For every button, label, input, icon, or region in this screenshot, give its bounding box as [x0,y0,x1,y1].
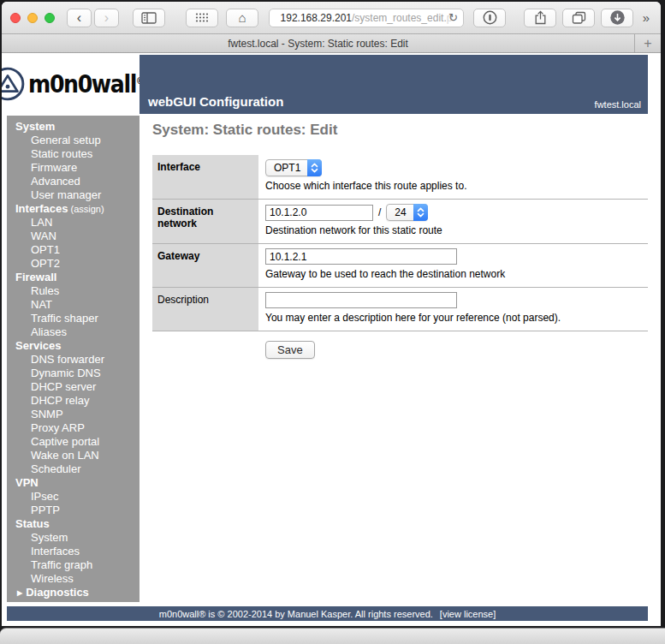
page-title: System: Static routes: Edit [152,122,337,139]
static-route-form: Interface OPT1 Choose which interface th… [152,155,648,359]
active-tab[interactable]: fwtest.local - System: Static routes: Ed… [2,34,634,52]
sidebar-item-rules[interactable]: Rules [7,284,140,298]
sidebar-toggle-button[interactable] [133,9,165,27]
sidebar-item-dhcp-server[interactable]: DHCP server [7,380,140,394]
back-icon: ‹ [77,11,81,25]
new-tab-button[interactable]: + [634,34,661,52]
sidebar-item-static-routes[interactable]: Static routes [7,147,140,161]
sidebar-item-lan[interactable]: LAN [7,216,140,230]
forward-button[interactable]: › [94,9,119,27]
sidebar-item-nat[interactable]: NAT [7,298,140,312]
interface-field: OPT1 Choose which interface this route a… [258,155,648,199]
tab-title: fwtest.local - System: Static routes: Ed… [228,38,408,50]
sidebar-item-proxy-arp[interactable]: Proxy ARP [7,421,140,435]
sidebar-item-opt2[interactable]: OPT2 [7,257,140,271]
sidebar-section-status: Status [7,517,140,531]
page-header-title: webGUI Configuration [148,94,283,109]
browser-window: ‹ › ⌂ 192.168.29.201/system_routes_edit.… [2,2,661,626]
url-path: /system_routes_edit. [352,12,447,24]
form-row-interface: Interface OPT1 Choose which interface th… [152,155,648,200]
close-window-button[interactable] [10,13,21,23]
form-row-description: Description You may enter a description … [152,288,648,331]
destination-network-input[interactable] [265,205,373,221]
sidebar-section-services: Services [7,339,140,353]
sidebar-item-opt1[interactable]: OPT1 [7,243,140,257]
subnet-mask-select[interactable]: 24 [386,204,427,221]
tabs-icon [572,11,586,24]
form-row-gateway: Gateway Gateway to be used to reach the … [152,244,648,288]
sidebar-item-wireless[interactable]: Wireless [7,572,140,586]
window-controls [10,13,55,23]
top-sites-button[interactable] [186,9,218,27]
interface-select-value: OPT1 [266,162,307,174]
url-host: 192.168.29.201 [281,12,352,24]
sidebar-item-wan[interactable]: WAN [7,230,140,243]
sidebar-item-firmware[interactable]: Firmware [7,161,140,175]
collapsed-arrow-icon: ▶ [17,589,22,597]
copyright-text: m0n0wall® is © 2002-2014 by Manuel Kaspe… [159,609,433,619]
sidebar-section-interfaces: Interfaces (assign) [7,202,140,216]
sidebar-item-system[interactable]: System [7,531,140,545]
gateway-label: Gateway [152,244,258,287]
sidebar-item-dns-forwarder[interactable]: DNS forwarder [7,353,140,367]
gateway-field: Gateway to be used to reach the destinat… [258,244,648,287]
sidebar-nav: SystemGeneral setupStatic routesFirmware… [7,116,140,602]
home-icon: ⌂ [238,11,246,24]
minimize-window-button[interactable] [27,13,38,23]
back-button[interactable]: ‹ [67,9,92,27]
toolbar-overflow-button[interactable]: » [638,10,654,25]
page-header-band: webGUI Configuration fwtest.local [140,55,648,114]
sidebar-item-pptp[interactable]: PPTP [7,504,140,517]
plus-icon: + [644,36,651,51]
browser-toolbar: ‹ › ⌂ 192.168.29.201/system_routes_edit.… [2,2,661,34]
sidebar-item-dynamic-dns[interactable]: Dynamic DNS [7,367,140,380]
keyhole-circle-icon [483,10,497,25]
m0n0wall-logo[interactable]: m0n0wall® [7,56,140,112]
destination-network-help-text: Destination network for this static rout… [265,224,648,236]
share-button[interactable] [524,9,556,27]
sidebar-section-firewall: Firewall [7,271,140,284]
show-all-tabs-button[interactable] [562,9,595,27]
sidebar-item-captive-portal[interactable]: Captive portal [7,435,140,449]
view-license-link[interactable]: [view license] [440,609,496,619]
sidebar-item-snmp[interactable]: SNMP [7,408,140,421]
description-help-text: You may enter a description here for you… [265,312,648,324]
sidebar-item-dhcp-relay[interactable]: DHCP relay [7,394,140,408]
sidebar-section-diagnostics[interactable]: ▶Diagnostics [7,586,140,601]
zoom-window-button[interactable] [45,13,55,23]
top-sites-grid-icon [195,12,209,23]
sidebar-item-traffic-shaper[interactable]: Traffic shaper [7,312,140,325]
gateway-help-text: Gateway to be used to reach the destinat… [265,268,648,280]
webgui-page: m0n0wall® webGUI Configuration fwtest.lo… [2,53,661,624]
password-extension-button[interactable] [473,9,506,27]
form-row-destination-network: Destination network / 24 Destination net… [152,200,648,244]
gateway-input[interactable] [265,248,457,265]
sidebar-item-interfaces[interactable]: Interfaces [7,545,140,558]
sidebar-item-aliases[interactable]: Aliases [7,325,140,339]
downloads-icon [609,9,626,26]
sidebar-panel-icon [141,12,157,24]
background-window-edge [0,628,665,644]
interface-select[interactable]: OPT1 [265,159,322,176]
sidebar-item-ipsec[interactable]: IPsec [7,490,140,504]
home-button[interactable]: ⌂ [226,9,258,27]
save-button[interactable]: Save [265,341,315,359]
address-bar[interactable]: 192.168.29.201/system_routes_edit.p ↻ [269,9,464,27]
sidebar-item-advanced[interactable]: Advanced [7,175,140,188]
description-input[interactable] [265,292,457,308]
sidebar-item-user-manager[interactable]: User manager [7,188,140,202]
interface-help-text: Choose which interface this route applie… [265,180,648,192]
sidebar-item-scheduler[interactable]: Scheduler [7,462,140,476]
sidebar-item-general-setup[interactable]: General setup [7,134,140,147]
sidebar-item-wake-on-lan[interactable]: Wake on LAN [7,449,140,462]
page-footer: m0n0wall® is © 2002-2014 by Manuel Kaspe… [7,606,648,621]
chevrons-right-icon: » [643,10,650,25]
description-label: Description [152,288,258,331]
sidebar-section-vpn: VPN [7,476,140,490]
destination-network-field: / 24 Destination network for this static… [258,200,648,243]
downloads-button[interactable] [601,9,633,27]
select-stepper-icon [413,204,428,221]
sidebar-item-traffic-graph[interactable]: Traffic graph [7,558,140,572]
subnet-mask-select-value: 24 [387,206,413,218]
reload-icon[interactable]: ↻ [448,11,458,24]
